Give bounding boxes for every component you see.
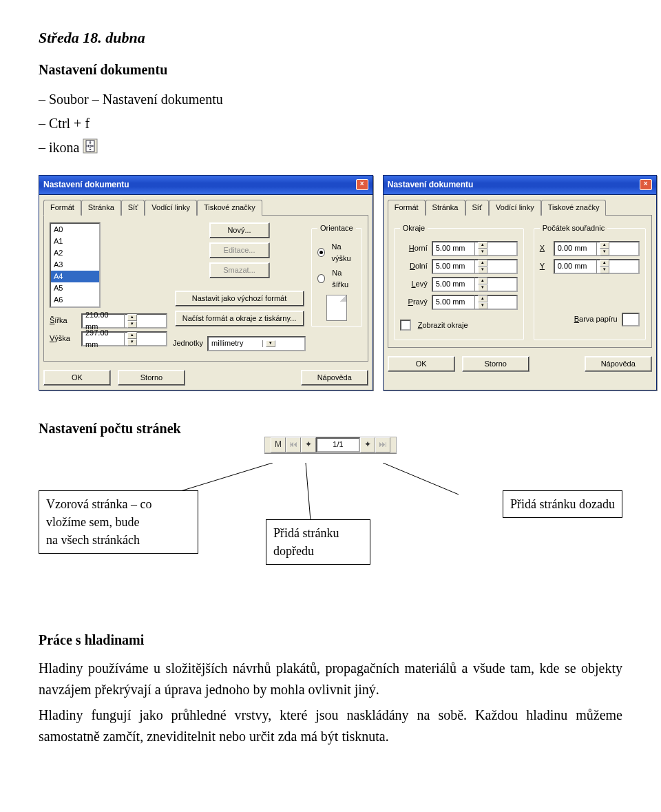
- y-label: Y: [540, 260, 549, 272]
- page-navigator: M ⏮ ✦ 1/1 ✦ ⏭: [264, 437, 397, 453]
- add-page-before-button[interactable]: ✦: [301, 437, 316, 452]
- origin-legend: Počátek souřadnic: [540, 222, 608, 234]
- right-label: Pravý: [400, 296, 428, 308]
- units-label: Jednotky: [173, 337, 203, 349]
- layers-para-1: Hladiny používáme u složitějších návrhů …: [39, 658, 622, 700]
- width-label: Šířka: [50, 315, 77, 326]
- load-from-printer-button[interactable]: Načíst formát a okraje z tiskárny...: [175, 311, 304, 326]
- bullet-list: Soubor – Nastavení dokumentu Ctrl + f ik…: [39, 87, 622, 161]
- width-input[interactable]: 210.00 mm▴▾: [81, 313, 167, 329]
- new-button[interactable]: Nový...: [209, 222, 270, 238]
- paper-size-list[interactable]: A0 A1 A2 A3 A4 A5 A6 B4 B5: [50, 222, 101, 308]
- cancel-button[interactable]: Storno: [118, 370, 185, 386]
- tab-grid[interactable]: Síť: [465, 200, 490, 216]
- top-input[interactable]: 5.00 mm▴▾: [432, 241, 518, 256]
- margins-legend: Okraje: [400, 222, 428, 234]
- ok-button[interactable]: OK: [388, 356, 455, 372]
- dialog-page: Nastavení dokumentu × Formát Stránka Síť…: [383, 175, 657, 391]
- section-layers: Práce s hladinami: [39, 629, 622, 651]
- section-document-settings: Nastavení dokumentu: [39, 59, 622, 81]
- tab-grid[interactable]: Síť: [121, 200, 145, 216]
- dialog-format: Nastavení dokumentu × Formát Stránka Síť…: [39, 175, 373, 391]
- callout-add-after: Přidá stránku dozadu: [503, 490, 622, 518]
- help-button[interactable]: Nápověda: [301, 370, 368, 386]
- units-select[interactable]: millimetry▾: [207, 336, 306, 351]
- y-input[interactable]: 0.00 mm▴▾: [554, 259, 640, 274]
- paper-color-well[interactable]: [622, 313, 640, 326]
- x-label: X: [540, 242, 549, 254]
- cancel-button[interactable]: Storno: [462, 356, 529, 372]
- close-icon[interactable]: ×: [640, 179, 652, 190]
- page-setup-icon: [83, 138, 98, 160]
- bullet-1: Soubor – Nastavení dokumentu: [49, 92, 223, 107]
- page-indicator[interactable]: 1/1: [316, 437, 360, 452]
- svg-line-5: [306, 463, 311, 521]
- tab-guides[interactable]: Vodící linky: [145, 200, 197, 216]
- first-page-button[interactable]: ⏮: [286, 437, 301, 452]
- paper-color-label: Barva papíru: [574, 313, 618, 325]
- top-label: Horní: [400, 242, 428, 254]
- orientation-group: Orientace Na výšku Na šířku: [311, 222, 362, 327]
- tab-format[interactable]: Formát: [43, 200, 81, 216]
- tab-format[interactable]: Formát: [388, 200, 426, 216]
- tab-marks[interactable]: Tiskové značky: [197, 200, 262, 216]
- help-button[interactable]: Nápověda: [585, 356, 652, 372]
- x-input[interactable]: 0.00 mm▴▾: [554, 241, 640, 256]
- show-margins-checkbox[interactable]: Zobrazit okraje: [400, 320, 518, 331]
- bullet-3: ikona: [49, 140, 79, 155]
- ok-button[interactable]: OK: [43, 370, 111, 386]
- set-default-button[interactable]: Nastavit jako výchozí formát: [175, 291, 304, 306]
- dialog-title-2: Nastavení dokumentu: [388, 178, 474, 191]
- left-label: Levý: [400, 278, 428, 290]
- bottom-label: Dolní: [400, 260, 428, 272]
- layers-para-2: Hladiny fungují jako průhledné vrstvy, k…: [39, 705, 622, 747]
- svg-line-6: [383, 463, 459, 495]
- page-preview-icon: [326, 295, 347, 321]
- margins-group: Okraje Horní 5.00 mm▴▾ Dolní 5.00 mm▴▾ L…: [394, 222, 524, 340]
- master-page-button[interactable]: M: [271, 437, 286, 452]
- tab-page[interactable]: Stránka: [426, 200, 465, 216]
- page-date: Středa 18. dubna: [39, 26, 622, 50]
- radio-landscape[interactable]: Na šířku: [317, 267, 356, 291]
- bottom-input[interactable]: 5.00 mm▴▾: [432, 259, 518, 274]
- dialog-title-1: Nastavení dokumentu: [43, 178, 129, 191]
- left-input[interactable]: 5.00 mm▴▾: [432, 277, 518, 292]
- callout-add-before: Přidá stránku dopředu: [266, 519, 370, 565]
- right-input[interactable]: 5.00 mm▴▾: [432, 295, 518, 310]
- close-icon[interactable]: ×: [356, 179, 368, 190]
- tab-marks[interactable]: Tiskové značky: [541, 200, 607, 216]
- origin-group: Počátek souřadnic X 0.00 mm▴▾ Y 0.00 mm▴…: [534, 222, 646, 340]
- add-page-after-button[interactable]: ✦: [360, 437, 375, 452]
- tab-guides[interactable]: Vodící linky: [489, 200, 541, 216]
- orientation-legend: Orientace: [317, 222, 356, 234]
- last-page-button[interactable]: ⏭: [375, 437, 390, 452]
- bullet-2: Ctrl + f: [49, 116, 90, 131]
- height-label: Výška: [50, 333, 77, 344]
- delete-button[interactable]: Smazat...: [209, 262, 270, 278]
- height-input[interactable]: 297.00 mm▴▾: [81, 331, 167, 346]
- edit-button[interactable]: Editace...: [209, 242, 270, 258]
- callout-master-page: Vzorová stránka – co vložíme sem, bude n…: [39, 490, 198, 554]
- tab-page[interactable]: Stránka: [81, 200, 121, 216]
- radio-portrait[interactable]: Na výšku: [317, 241, 356, 264]
